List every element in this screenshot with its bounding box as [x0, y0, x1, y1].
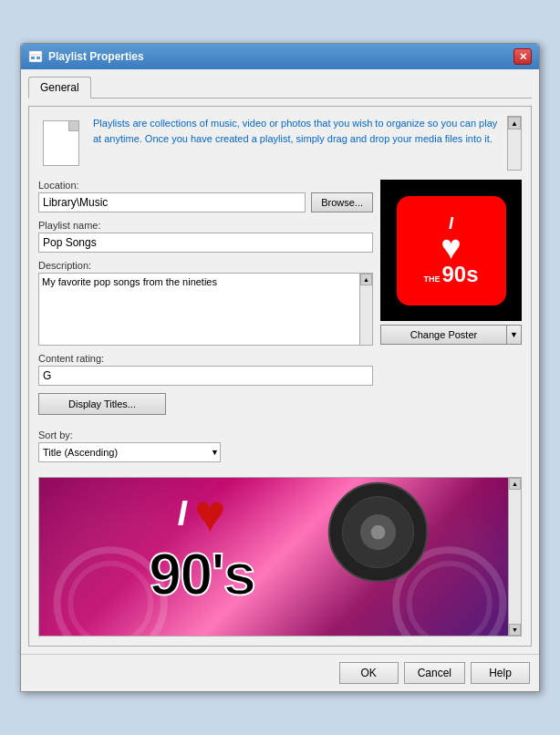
info-section: Playlists are collections of music, vide… [38, 116, 522, 171]
tab-bar: General [28, 77, 532, 98]
content-rating-input[interactable] [38, 366, 373, 386]
playlist-name-input[interactable] [38, 233, 373, 253]
banner-scrollbar[interactable]: ▲ ▼ [508, 478, 521, 636]
svg-rect-2 [31, 57, 35, 59]
window-content: General Playlists are collections of mus… [21, 69, 539, 654]
sort-select-wrapper: Title (Ascending) Title (Descending) Dat… [38, 442, 221, 462]
playlist-name-row: Playlist name: [38, 220, 373, 253]
ok-button[interactable]: OK [339, 662, 399, 684]
change-poster-button[interactable]: Change Poster ▼ [380, 325, 522, 345]
svg-rect-3 [36, 57, 40, 59]
description-row: Description: ▲ [38, 260, 373, 346]
document-icon-wrapper [38, 116, 84, 171]
banner-scroll-up[interactable]: ▲ [509, 478, 521, 490]
description-wrapper: ▲ [38, 273, 373, 346]
window-title: Playlist Properties [48, 50, 144, 63]
right-panel: I ♥ THE 90s C [380, 180, 522, 470]
info-text: Playlists are collections of music, vide… [93, 116, 498, 171]
banner-i-heart: I ♥ [177, 487, 225, 540]
poster-background: I ♥ THE 90s [380, 180, 522, 321]
content-rating-label: Content rating: [38, 353, 373, 364]
window-icon [28, 49, 43, 64]
location-input[interactable] [38, 192, 306, 212]
title-bar: Playlist Properties ✕ [21, 44, 539, 69]
banner-text-group: I ♥ 90's [149, 487, 254, 608]
display-titles-row: Display Titles... [38, 393, 373, 422]
sort-by-label: Sort by: [38, 430, 373, 440]
left-panel: Location: Browse... Playlist name: Descr [38, 180, 373, 470]
change-poster-dropdown-arrow[interactable]: ▼ [506, 326, 521, 344]
poster-badge: I ♥ THE 90s [397, 196, 506, 305]
playlist-properties-window: Playlist Properties ✕ General Playlists … [20, 43, 540, 692]
poster-the: THE [423, 275, 440, 284]
tab-content-general: Playlists are collections of music, vide… [28, 106, 532, 647]
sort-by-row: Sort by: Title (Ascending) Title (Descen… [38, 430, 373, 462]
banner-i-letter: I [177, 494, 187, 533]
poster-image: I ♥ THE 90s [380, 180, 522, 321]
close-button[interactable]: ✕ [513, 48, 532, 65]
svg-point-7 [410, 564, 490, 636]
banner-area: I ♥ 90's ▲ ▼ [38, 477, 522, 637]
playlist-name-label: Playlist name: [38, 220, 373, 231]
desc-scroll-up[interactable]: ▲ [360, 274, 372, 285]
poster-90s: 90s [441, 264, 478, 285]
description-label: Description: [38, 260, 373, 271]
banner-svg-decoration [39, 478, 521, 636]
svg-point-5 [70, 564, 150, 636]
content-rating-row: Content rating: [38, 353, 373, 386]
document-icon [43, 120, 79, 166]
info-scrollbar[interactable]: ▲ [507, 116, 522, 171]
poster-90s-row: THE 90s [423, 264, 478, 285]
svg-point-11 [371, 525, 386, 540]
banner-scroll-down[interactable]: ▼ [509, 624, 521, 636]
description-scrollbar[interactable]: ▲ [359, 274, 372, 345]
bottom-bar: OK Cancel Help [21, 654, 539, 691]
change-poster-label[interactable]: Change Poster [381, 326, 506, 344]
tab-general[interactable]: General [28, 77, 91, 98]
sort-select[interactable]: Title (Ascending) Title (Descending) Dat… [38, 442, 221, 462]
description-input[interactable] [39, 274, 359, 345]
help-button[interactable]: Help [471, 662, 530, 684]
display-titles-button[interactable]: Display Titles... [38, 393, 166, 415]
title-bar-left: Playlist Properties [28, 49, 144, 64]
browse-button[interactable]: Browse... [311, 192, 373, 212]
location-input-row: Browse... [38, 192, 373, 212]
location-row: Location: Browse... [38, 180, 373, 212]
cancel-button[interactable]: Cancel [404, 662, 465, 684]
poster-heart: ♥ [441, 232, 461, 263]
main-area: Location: Browse... Playlist name: Descr [38, 180, 522, 470]
scroll-up-arrow[interactable]: ▲ [508, 117, 521, 129]
banner-content: I ♥ 90's [39, 478, 521, 636]
banner-90s-text: 90's [149, 540, 254, 608]
banner-heart-symbol: ♥ [194, 487, 225, 540]
location-label: Location: [38, 180, 373, 191]
